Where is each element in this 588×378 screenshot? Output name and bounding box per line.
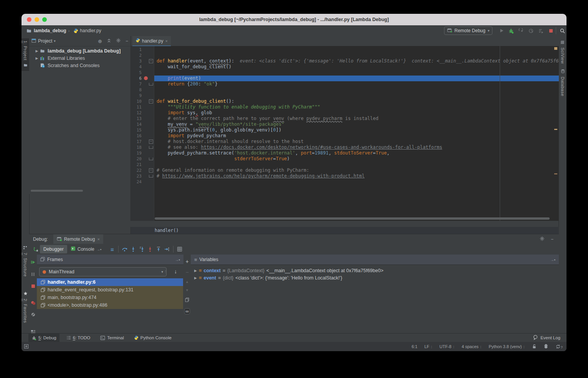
toolwindow-tab-database[interactable]: Database bbox=[559, 68, 567, 96]
locate-file-button[interactable]: ⊕ bbox=[98, 38, 102, 44]
toolwindow-tab-python-console[interactable]: Python Console bbox=[131, 334, 175, 342]
toolwindow-tab-terminal[interactable]: Terminal bbox=[97, 334, 127, 342]
step-into-my-code-button[interactable] bbox=[146, 245, 154, 253]
line-number[interactable]: 6 bbox=[131, 76, 142, 81]
minimize-window-button[interactable] bbox=[35, 17, 39, 22]
line-number[interactable]: 22 bbox=[131, 168, 142, 173]
stop-button[interactable] bbox=[547, 26, 555, 35]
line-number[interactable]: 1 bbox=[131, 47, 142, 53]
fold-end-marker[interactable] bbox=[149, 146, 153, 149]
toolwindow-tab-todo[interactable]: 6: TODO bbox=[63, 334, 94, 342]
pause-button[interactable] bbox=[31, 271, 35, 278]
line-number[interactable]: 14 bbox=[131, 122, 142, 127]
fold-marker[interactable]: − bbox=[149, 168, 153, 173]
close-icon[interactable]: × bbox=[97, 237, 99, 242]
error-stripe-mark[interactable] bbox=[554, 129, 557, 130]
inline-watches-toggle[interactable]: ∞ bbox=[184, 308, 190, 314]
error-stripe-mark[interactable] bbox=[554, 173, 557, 174]
line-number[interactable]: 5 bbox=[131, 70, 142, 76]
toolwindow-tab-sciview[interactable]: SciView bbox=[559, 39, 567, 64]
rerun-tests-button[interactable] bbox=[537, 26, 545, 35]
code-line[interactable]: def wait_for_debug_client(): bbox=[154, 99, 559, 104]
editor-gutter[interactable]: 123−45678910−11121314151617−1819202122−2… bbox=[131, 46, 154, 221]
next-frame-button[interactable]: ↓ bbox=[174, 268, 177, 274]
code-line[interactable]: """Utility function to enable debugging … bbox=[154, 104, 559, 110]
view-breakpoints-button[interactable] bbox=[31, 300, 36, 307]
code-line[interactable]: print(event) bbox=[154, 76, 559, 81]
rerun-debug-button[interactable] bbox=[31, 245, 40, 253]
code-line[interactable] bbox=[154, 93, 559, 99]
line-number[interactable]: 13 bbox=[131, 116, 142, 122]
code-line[interactable] bbox=[154, 162, 559, 168]
thread-select[interactable]: MainThread ▾ bbox=[39, 267, 167, 276]
stack-frame-row[interactable]: main, bootstrap.py:474 bbox=[37, 294, 183, 301]
code-line[interactable]: return {200: "ok"} bbox=[154, 81, 559, 87]
project-tree-item[interactable]: Scratches and Consoles bbox=[29, 62, 130, 69]
project-horizontal-scrollbar[interactable] bbox=[31, 190, 83, 192]
breadcrumb-project[interactable]: lambda_debug bbox=[34, 28, 66, 33]
step-over-button[interactable] bbox=[121, 245, 129, 253]
expand-icon[interactable]: ▶ bbox=[194, 269, 197, 273]
variable-row[interactable]: ▶≡event = {dict} <class 'dict'>: {'messa… bbox=[191, 274, 559, 281]
code-line[interactable]: import pydevd_pycharm bbox=[154, 133, 559, 139]
step-into-button[interactable] bbox=[129, 245, 137, 253]
tab-debugger[interactable]: Debugger bbox=[40, 245, 67, 253]
code-line[interactable]: def handler(event, context): event: <cla… bbox=[154, 58, 559, 64]
breadcrumb-file[interactable]: handler.py bbox=[80, 28, 101, 33]
line-number[interactable]: 21 bbox=[131, 162, 142, 168]
focus-on-frame-icon[interactable]: →▪ bbox=[175, 258, 180, 262]
fold-end-marker[interactable] bbox=[149, 175, 153, 177]
gear-icon[interactable] bbox=[116, 38, 121, 44]
editor-tab-handler[interactable]: handler.py × bbox=[132, 36, 171, 47]
code-line[interactable]: sys.path.insert(0, glob.glob(my_venv)[0]… bbox=[154, 127, 559, 133]
project-panel-title[interactable]: Project bbox=[38, 38, 52, 44]
project-tree-item[interactable]: ▶External Libraries bbox=[29, 54, 130, 62]
focus-on-variables-icon[interactable]: →▪ bbox=[550, 258, 555, 262]
line-number[interactable]: 2 bbox=[131, 53, 142, 58]
event-log-button[interactable]: Event Log bbox=[533, 335, 560, 341]
line-number[interactable]: 23 bbox=[131, 173, 142, 179]
editor-horizontal-scrollbar[interactable] bbox=[155, 217, 550, 220]
coverage-button[interactable] bbox=[517, 26, 525, 35]
add-watch-button[interactable]: + bbox=[185, 258, 188, 265]
zoom-window-button[interactable] bbox=[42, 17, 47, 22]
stack-frame-row[interactable]: handler, handler.py:6 bbox=[37, 278, 183, 286]
previous-frame-button[interactable]: ↑ bbox=[164, 268, 167, 274]
collapse-all-button[interactable] bbox=[107, 38, 111, 44]
editor-code-area[interactable]: def handler(event, context): event: <cla… bbox=[154, 46, 559, 221]
toolwindow-tab-debug[interactable]: 5: Debug bbox=[28, 334, 59, 342]
fold-marker[interactable]: − bbox=[149, 59, 153, 63]
project-tree-item[interactable]: ▶lambda_debug [Lambda Debug] bbox=[29, 47, 130, 54]
line-number[interactable]: 18 bbox=[131, 145, 142, 150]
caret-position[interactable]: 6:1 bbox=[411, 344, 417, 349]
toolwindow-tab-project[interactable]: 1: Project bbox=[21, 38, 29, 71]
tab-console[interactable]: Console →▪ bbox=[67, 245, 105, 253]
line-number[interactable]: 4 bbox=[131, 64, 142, 70]
remove-watch-button[interactable]: − bbox=[185, 269, 188, 275]
interpreter-select[interactable]: Python 3.8 (venv)↕ bbox=[489, 344, 525, 349]
encoding-select[interactable]: UTF-8↕ bbox=[439, 344, 455, 349]
close-window-button[interactable] bbox=[27, 17, 31, 22]
stop-debug-button[interactable] bbox=[31, 283, 35, 290]
code-line[interactable] bbox=[154, 179, 559, 185]
fold-marker[interactable]: − bbox=[149, 140, 153, 144]
close-icon[interactable]: × bbox=[165, 39, 167, 43]
code-line[interactable] bbox=[154, 53, 559, 58]
line-number[interactable]: 3 bbox=[131, 58, 142, 64]
toolwindow-switcher-icon[interactable] bbox=[24, 344, 29, 350]
resume-button[interactable] bbox=[31, 259, 35, 266]
hide-toolwindow-button[interactable]: − bbox=[551, 237, 553, 242]
code-line[interactable]: stderrToServer=True) bbox=[154, 156, 559, 162]
debug-session-tab[interactable]: Remote Debug × bbox=[53, 234, 103, 244]
code-editor[interactable]: 123−45678910−11121314151617−1819202122−2… bbox=[130, 46, 559, 221]
line-number[interactable]: 8 bbox=[131, 87, 142, 93]
line-number[interactable]: 11 bbox=[131, 104, 142, 110]
search-everywhere-button[interactable] bbox=[558, 26, 567, 35]
lock-icon[interactable] bbox=[532, 344, 537, 350]
step-out-button[interactable] bbox=[154, 245, 163, 253]
code-line[interactable]: import sys, glob bbox=[154, 110, 559, 116]
line-number[interactable]: 20 bbox=[131, 156, 142, 162]
line-number[interactable]: 16 bbox=[131, 133, 142, 139]
editor-breadcrumbs[interactable]: handler() bbox=[130, 227, 559, 234]
run-to-cursor-button[interactable] bbox=[163, 245, 171, 253]
